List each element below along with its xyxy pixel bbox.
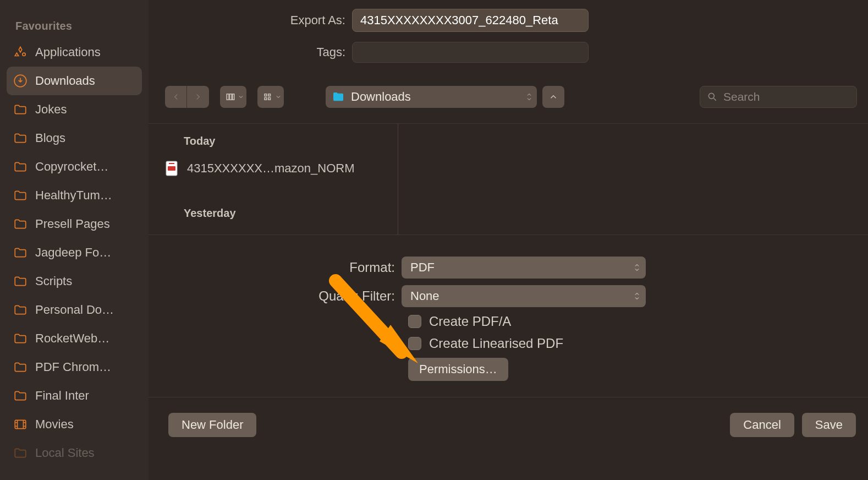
svg-rect-2 — [227, 94, 229, 100]
folder-icon — [13, 160, 28, 174]
sidebar-item-scripts[interactable]: Scripts — [7, 267, 142, 296]
browser-column: Today 4315XXXXXX…mazon_NORM Yesterday — [149, 124, 398, 234]
sidebar: Favourites Applications Downloads Jokes … — [0, 0, 149, 480]
export-form: Export As: Tags: — [165, 9, 868, 73]
svg-rect-5 — [265, 94, 267, 96]
svg-rect-6 — [265, 98, 267, 100]
folder-icon — [13, 274, 28, 288]
sidebar-item-blogs[interactable]: Blogs — [7, 124, 142, 152]
sidebar-item-label: Applications — [35, 45, 101, 59]
sidebar-item-label: Jagdeep Fo… — [35, 246, 111, 260]
svg-rect-3 — [230, 94, 232, 100]
search-placeholder: Search — [723, 90, 760, 103]
stepper-icon — [526, 92, 532, 101]
folder-icon — [13, 188, 28, 203]
quartz-filter-value: None — [410, 289, 440, 303]
sidebar-item-label: RocketWeb… — [35, 331, 109, 346]
sidebar-item-label: Blogs — [35, 131, 65, 145]
section-yesterday: Yesterday — [149, 196, 398, 227]
movies-icon — [13, 417, 28, 432]
sidebar-item-label: Final Inter — [35, 389, 89, 403]
sidebar-item-label: PDF Chrom… — [35, 360, 111, 374]
pdf-file-icon — [165, 161, 178, 176]
sidebar-item-rocketweb[interactable]: RocketWeb… — [7, 324, 142, 353]
save-button[interactable]: Save — [802, 413, 856, 437]
folder-icon — [13, 303, 28, 317]
sidebar-item-jokes[interactable]: Jokes — [7, 95, 142, 124]
format-popup[interactable]: PDF — [402, 257, 646, 279]
sidebar-item-label: Local Sites — [35, 446, 95, 460]
svg-rect-7 — [268, 94, 271, 96]
sidebar-item-copyrocket[interactable]: Copyrocket… — [7, 152, 142, 181]
sidebar-item-label: Personal Do… — [35, 303, 114, 317]
view-columns-button[interactable] — [220, 86, 246, 108]
bottom-bar: New Folder Cancel Save — [149, 397, 868, 480]
folder-icon — [13, 446, 28, 460]
create-linearised-label: Create Linearised PDF — [429, 336, 563, 351]
sidebar-item-pdf-chrom[interactable]: PDF Chrom… — [7, 353, 142, 381]
cancel-button[interactable]: Cancel — [730, 413, 794, 437]
sidebar-item-label: HealthyTum… — [35, 188, 112, 203]
export-as-label: Export As: — [165, 13, 352, 28]
format-value: PDF — [410, 260, 435, 275]
sidebar-item-label: Presell Pages — [35, 217, 110, 231]
sidebar-item-label: Copyrocket… — [35, 160, 108, 174]
svg-rect-8 — [268, 98, 271, 100]
svg-rect-12 — [169, 163, 174, 164]
tags-field[interactable] — [352, 42, 589, 63]
toolbar: Downloads Search — [165, 84, 857, 110]
quartz-filter-label: Quartz Filter: — [149, 288, 402, 304]
svg-point-9 — [708, 93, 714, 99]
folder-icon — [13, 217, 28, 231]
folder-icon — [13, 131, 28, 145]
sidebar-item-local-sites[interactable]: Local Sites — [7, 439, 142, 467]
collapse-panel-button[interactable] — [542, 86, 564, 108]
quartz-filter-popup[interactable]: None — [402, 285, 646, 307]
nav-back-button[interactable] — [165, 86, 187, 108]
export-as-field[interactable] — [352, 9, 589, 32]
svg-rect-4 — [233, 94, 234, 100]
folder-icon — [13, 102, 28, 117]
location-label: Downloads — [351, 90, 411, 104]
create-linearised-checkbox[interactable] — [408, 337, 421, 350]
file-browser: Today 4315XXXXXX…mazon_NORM Yesterday — [149, 123, 868, 235]
sidebar-item-downloads[interactable]: Downloads — [7, 67, 142, 95]
sidebar-item-jagdeep-fo[interactable]: Jagdeep Fo… — [7, 238, 142, 267]
format-label: Format: — [149, 260, 402, 275]
group-by-button[interactable] — [257, 86, 284, 108]
folder-icon — [13, 246, 28, 260]
folder-cyan-icon — [332, 92, 344, 102]
section-today: Today — [149, 124, 398, 155]
sidebar-item-label: Movies — [35, 417, 74, 432]
nav-forward-button[interactable] — [187, 86, 209, 108]
sidebar-item-applications[interactable]: Applications — [7, 38, 142, 67]
folder-icon — [13, 331, 28, 346]
search-field[interactable]: Search — [700, 86, 857, 108]
sidebar-item-healthytum[interactable]: HealthyTum… — [7, 181, 142, 210]
stepper-icon — [634, 263, 640, 272]
tags-label: Tags: — [165, 45, 352, 59]
create-pdfa-label: Create PDF/A — [429, 314, 511, 329]
create-pdfa-checkbox[interactable] — [408, 315, 421, 328]
sidebar-item-presell-pages[interactable]: Presell Pages — [7, 210, 142, 238]
location-popup[interactable]: Downloads — [326, 86, 537, 108]
file-row[interactable]: 4315XXXXXX…mazon_NORM — [149, 155, 398, 182]
downloads-icon — [13, 74, 28, 88]
permissions-button[interactable]: Permissions… — [408, 358, 508, 381]
sidebar-item-final-inter[interactable]: Final Inter — [7, 381, 142, 410]
sidebar-item-movies[interactable]: Movies — [7, 410, 142, 439]
svg-rect-1 — [15, 420, 26, 428]
sidebar-heading-favourites: Favourites — [15, 20, 142, 32]
apps-icon — [13, 45, 28, 59]
export-options: Format: PDF Quartz Filter: None Create P… — [149, 236, 868, 397]
new-folder-button[interactable]: New Folder — [168, 413, 256, 437]
sidebar-item-label: Downloads — [35, 74, 95, 88]
stepper-icon — [634, 292, 640, 301]
sidebar-item-personal-do[interactable]: Personal Do… — [7, 296, 142, 324]
file-name: 4315XXXXXX…mazon_NORM — [187, 161, 354, 176]
sidebar-item-label: Jokes — [35, 102, 67, 117]
folder-icon — [13, 389, 28, 403]
folder-icon — [13, 360, 28, 374]
sidebar-item-label: Scripts — [35, 274, 72, 288]
svg-rect-11 — [168, 166, 175, 171]
